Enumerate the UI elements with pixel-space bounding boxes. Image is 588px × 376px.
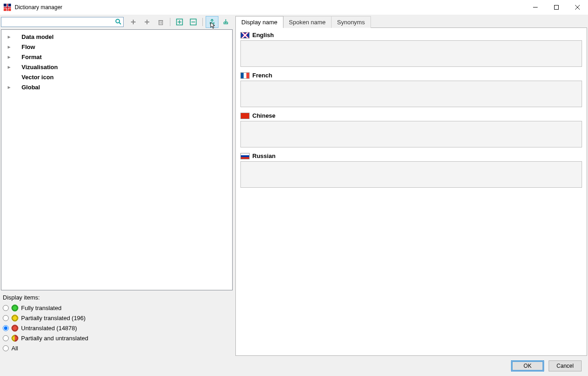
filter-option-all[interactable]: All [3,343,231,353]
tree-item-label: Vector icon [22,74,54,81]
minimize-button[interactable] [525,0,546,15]
cancel-button[interactable]: Cancel [549,360,582,371]
close-button[interactable] [567,0,588,15]
tab-panel-display-name: English French Chinese Russian [235,27,587,356]
window-controls [525,0,588,15]
tree-item-label: Global [22,84,40,91]
lang-block-english: English [240,32,582,68]
toolbar [1,16,233,28]
dialog-footer: OK Cancel [0,356,588,376]
dictionary-tree[interactable]: ▸Data model ▸Flow ▸Format ▸Vizualisation… [1,29,233,290]
tab-synonyms[interactable]: Synonyms [331,16,371,28]
tree-item-label: Format [22,54,42,60]
expander-icon[interactable]: ▸ [6,54,12,60]
display-items-filter: Display items: Fully translated Partiall… [1,290,233,356]
search-box[interactable] [1,17,124,27]
add-button[interactable] [127,16,140,28]
svg-rect-7 [555,5,559,10]
globe-red-icon [11,325,18,332]
tree-item-label: Data model [22,33,54,40]
globe-half-icon [11,335,18,342]
tree-item[interactable]: ▸Global [1,82,232,92]
lang-block-chinese: Chinese [240,112,582,149]
filter-label: Fully translated [21,305,61,311]
filter-option-partially[interactable]: Partially translated (196) [3,313,231,323]
export-button[interactable] [206,16,218,28]
radio-partially[interactable] [3,315,9,321]
tree-item-label: Flow [22,44,35,50]
window-title: Dictionary manager [15,4,62,11]
tree-item[interactable]: ▸Format [1,52,232,62]
radio-both[interactable] [3,335,9,341]
filter-option-untranslated[interactable]: Untranslated (14878) [3,323,231,333]
russian-input[interactable] [240,161,582,188]
app-icon [4,4,11,11]
add-child-button[interactable] [141,16,153,28]
flag-cn-icon [240,113,250,119]
expander-icon[interactable]: ▸ [6,34,12,40]
filter-label: Partially and untranslated [21,335,88,342]
flag-uk-icon [240,32,250,38]
filter-title: Display items: [3,294,231,301]
filter-label: All [11,345,18,352]
svg-point-10 [116,19,120,23]
toolbar-separator-2 [202,18,203,26]
collapse-all-button[interactable] [187,16,200,28]
ok-button[interactable]: OK [511,360,544,371]
chinese-input[interactable] [240,121,582,147]
tree-item[interactable]: ▸Flow [1,42,232,52]
tree-item[interactable]: Vector icon [1,72,232,82]
lang-label: Chinese [252,112,276,119]
lang-label: Russian [252,153,276,159]
titlebar: Dictionary manager [0,0,588,15]
french-input[interactable] [240,81,582,107]
filter-label: Partially translated (196) [21,315,86,322]
svg-rect-16 [159,21,163,25]
tab-spoken-name[interactable]: Spoken name [283,16,332,28]
toolbar-separator [170,18,170,26]
radio-fully[interactable] [3,305,9,311]
filter-option-both[interactable]: Partially and untranslated [3,333,231,343]
tab-label: Synonyms [337,19,365,26]
tab-bar: Display name Spoken name Synonyms [235,16,587,27]
client-area: ▸Data model ▸Flow ▸Format ▸Vizualisation… [0,15,588,376]
flag-ru-icon [240,153,250,159]
tab-label: Display name [241,19,278,26]
globe-green-icon [11,305,18,311]
svg-line-11 [119,22,121,24]
lang-label: English [252,32,274,38]
english-input[interactable] [240,40,582,67]
radio-untranslated[interactable] [3,325,9,331]
lang-label: French [252,72,272,79]
left-column: ▸Data model ▸Flow ▸Format ▸Vizualisation… [1,16,233,356]
filter-option-fully[interactable]: Fully translated [3,303,231,313]
tree-item[interactable]: ▸Data model [1,32,232,42]
expander-icon[interactable]: ▸ [6,84,12,90]
svg-rect-5 [4,7,11,8]
expand-all-button[interactable] [173,16,186,28]
tree-item-label: Vizualisation [22,64,58,71]
expander-icon[interactable]: ▸ [6,44,12,50]
tree-item[interactable]: ▸Vizualisation [1,62,232,72]
search-input[interactable] [3,18,115,26]
dictionary-manager-window: Dictionary manager [0,0,588,376]
maximize-button[interactable] [546,0,567,15]
import-button[interactable] [219,16,232,28]
filter-label: Untranslated (14878) [21,325,77,332]
lang-block-french: French [240,72,582,109]
workarea: ▸Data model ▸Flow ▸Format ▸Vizualisation… [0,15,588,356]
right-column: Display name Spoken name Synonyms Englis… [235,16,587,356]
lang-block-russian: Russian [240,153,582,189]
globe-yellow-icon [11,315,18,322]
radio-all[interactable] [3,345,9,351]
search-icon[interactable] [115,18,121,26]
tab-display-name[interactable]: Display name [235,16,283,28]
delete-button[interactable] [154,16,167,28]
tab-label: Spoken name [289,19,326,26]
expander-icon[interactable]: ▸ [6,64,12,70]
flag-fr-icon [240,72,250,79]
